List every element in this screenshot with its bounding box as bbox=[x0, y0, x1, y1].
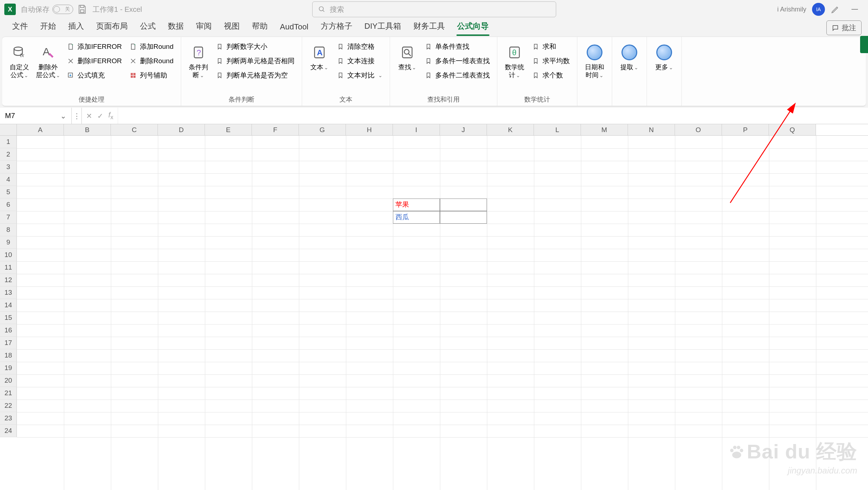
tab-view[interactable]: 视图 bbox=[218, 18, 245, 35]
cell-I7[interactable]: 西瓜 bbox=[393, 211, 440, 224]
single-cond-button[interactable]: 单条件查找 bbox=[422, 41, 492, 53]
custom-formula-button[interactable]: fx自定义公式 bbox=[7, 41, 32, 94]
col-header-I[interactable]: I bbox=[393, 124, 440, 135]
confirm-icon[interactable]: ✓ bbox=[97, 112, 103, 120]
text-btn-button[interactable]: A文本 bbox=[307, 41, 332, 94]
text-concat-button[interactable]: 文本连接 bbox=[334, 55, 385, 67]
cell-empty-button[interactable]: 判断单元格是否为空 bbox=[214, 69, 297, 81]
col-header-E[interactable]: E bbox=[205, 124, 252, 135]
col-header-Q[interactable]: Q bbox=[769, 124, 816, 135]
multi-1d-button[interactable]: 多条件一维表查找 bbox=[422, 55, 492, 67]
row-header-15[interactable]: 15 bbox=[0, 312, 17, 324]
cell-I6[interactable]: 苹果 bbox=[393, 199, 440, 211]
col-header-C[interactable]: C bbox=[111, 124, 158, 135]
col-header-G[interactable]: G bbox=[299, 124, 346, 135]
tab-help[interactable]: 帮助 bbox=[246, 18, 273, 35]
row-header-9[interactable]: 9 bbox=[0, 236, 17, 249]
col-header-K[interactable]: K bbox=[487, 124, 534, 135]
num-compare-button[interactable]: 判断数字大小 bbox=[214, 41, 297, 53]
tab-formulas[interactable]: 公式 bbox=[134, 18, 161, 35]
two-cell-same-button[interactable]: 判断两单元格是否相同 bbox=[214, 55, 297, 67]
add-iferror-button[interactable]: +添加IFERROR bbox=[65, 41, 124, 53]
row-header-1[interactable]: 1 bbox=[0, 136, 17, 148]
col-header-L[interactable]: L bbox=[534, 124, 581, 135]
del-iferror-button[interactable]: 删除IFERROR bbox=[65, 55, 124, 67]
row-header-22[interactable]: 22 bbox=[0, 400, 17, 412]
row-header-11[interactable]: 11 bbox=[0, 261, 17, 274]
row-header-16[interactable]: 16 bbox=[0, 324, 17, 337]
col-header-B[interactable]: B bbox=[64, 124, 111, 135]
tab-review[interactable]: 审阅 bbox=[190, 18, 217, 35]
fx-icon[interactable]: fx bbox=[108, 111, 113, 121]
col-header-F[interactable]: F bbox=[252, 124, 299, 135]
del-round-button[interactable]: 删除Round bbox=[127, 55, 176, 67]
select-all-corner[interactable] bbox=[0, 124, 17, 135]
row-header-7[interactable]: 7 bbox=[0, 211, 17, 224]
date-time-button[interactable]: 日期和时间 bbox=[582, 41, 607, 104]
row-header-20[interactable]: 20 bbox=[0, 374, 17, 387]
row-header-24[interactable]: 24 bbox=[0, 425, 17, 437]
tab-formula-wizard[interactable]: 公式向导 bbox=[451, 18, 494, 35]
row-header-17[interactable]: 17 bbox=[0, 337, 17, 349]
comments-button[interactable]: 批注 bbox=[826, 20, 862, 35]
row-header-18[interactable]: 18 bbox=[0, 349, 17, 362]
row-header-6[interactable]: 6 bbox=[0, 199, 17, 211]
lookup-btn-button[interactable]: 查找 bbox=[395, 41, 419, 94]
tab-insert[interactable]: 插入 bbox=[62, 18, 90, 35]
col-header-P[interactable]: P bbox=[722, 124, 769, 135]
add-round-button[interactable]: +添加Round bbox=[127, 41, 176, 53]
row-header-2[interactable]: 2 bbox=[0, 148, 17, 161]
tab-diy[interactable]: DIY工具箱 bbox=[359, 18, 407, 35]
average-button[interactable]: 求平均数 bbox=[530, 55, 572, 67]
row-header-4[interactable]: 4 bbox=[0, 173, 17, 186]
delete-outer-button[interactable]: A删除外层公式 bbox=[34, 41, 62, 94]
row-header-21[interactable]: 21 bbox=[0, 387, 17, 400]
col-header-A[interactable]: A bbox=[17, 124, 64, 135]
col-header-O[interactable]: O bbox=[675, 124, 722, 135]
search-box[interactable]: 搜索 bbox=[312, 1, 556, 17]
row-header-19[interactable]: 19 bbox=[0, 362, 17, 374]
pen-icon[interactable] bbox=[831, 5, 840, 14]
formula-bar-menu-icon[interactable]: ⋮ bbox=[72, 108, 82, 124]
row-header-12[interactable]: 12 bbox=[0, 274, 17, 286]
math-stat-button[interactable]: θ数学统计 bbox=[502, 41, 527, 94]
count-button[interactable]: 求个数 bbox=[530, 69, 572, 81]
tab-data[interactable]: 数据 bbox=[162, 18, 189, 35]
col-header-H[interactable]: H bbox=[346, 124, 393, 135]
autosave-toggle[interactable]: 关 bbox=[52, 5, 73, 14]
share-tab-button[interactable] bbox=[860, 36, 868, 53]
row-header-10[interactable]: 10 bbox=[0, 249, 17, 261]
tab-ffgz[interactable]: 方方格子 bbox=[315, 18, 358, 35]
text-compare-button[interactable]: 文本对比 bbox=[334, 69, 385, 81]
spreadsheet-grid[interactable]: ABCDEFGHIJKLMNOPQ12345678910111213141516… bbox=[0, 124, 868, 490]
clear-spaces-button[interactable]: 清除空格 bbox=[334, 41, 385, 53]
more-button[interactable]: 更多 bbox=[652, 41, 676, 104]
col-header-J[interactable]: J bbox=[440, 124, 487, 135]
col-header-D[interactable]: D bbox=[158, 124, 205, 135]
col-header-N[interactable]: N bbox=[628, 124, 675, 135]
cancel-icon[interactable]: ✕ bbox=[86, 112, 92, 120]
cell-J7[interactable] bbox=[440, 211, 487, 224]
sum-button[interactable]: 求和 bbox=[530, 41, 572, 53]
condition-judge-button[interactable]: ?条件判断 bbox=[186, 41, 211, 94]
row-header-13[interactable]: 13 bbox=[0, 286, 17, 299]
save-icon[interactable] bbox=[77, 4, 88, 15]
tab-file[interactable]: 文件 bbox=[6, 18, 34, 35]
formula-input[interactable] bbox=[118, 108, 868, 124]
multi-2d-button[interactable]: 多条件二维表查找 bbox=[422, 69, 492, 81]
row-header-23[interactable]: 23 bbox=[0, 412, 17, 425]
tab-page-layout[interactable]: 页面布局 bbox=[90, 18, 133, 35]
row-header-3[interactable]: 3 bbox=[0, 161, 17, 173]
tab-audtool[interactable]: AudTool bbox=[274, 19, 314, 35]
minimize-button[interactable] bbox=[846, 2, 864, 17]
extract-button[interactable]: 提取 bbox=[617, 41, 642, 104]
row-header-14[interactable]: 14 bbox=[0, 299, 17, 312]
col-helper-button[interactable]: 列号辅助 bbox=[127, 69, 176, 81]
formula-fill-button[interactable]: 公式填充 bbox=[65, 69, 124, 81]
name-box[interactable]: M7 ⌄ bbox=[0, 108, 72, 124]
user-avatar[interactable]: IA bbox=[812, 3, 825, 16]
row-header-8[interactable]: 8 bbox=[0, 224, 17, 236]
cell-J6[interactable] bbox=[440, 199, 487, 211]
tab-home[interactable]: 开始 bbox=[34, 18, 62, 35]
tab-finance[interactable]: 财务工具 bbox=[408, 18, 451, 35]
